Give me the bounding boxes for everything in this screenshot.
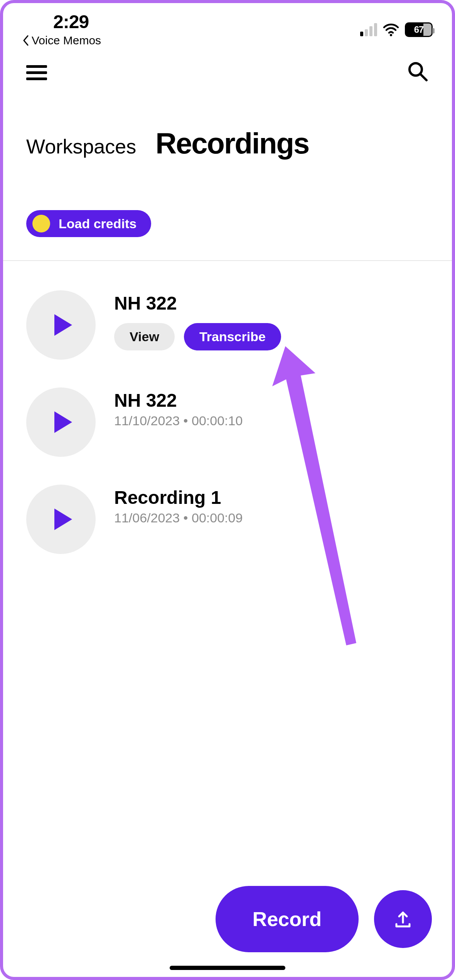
credits-section: Load credits — [3, 160, 452, 260]
back-caret-icon — [22, 35, 29, 46]
status-bar: 2:29 Voice Memos 67 — [3, 3, 452, 45]
recording-body: NH 322 11/10/2023 • 00:00:10 — [114, 387, 243, 428]
recording-item[interactable]: NH 322 View Transcribe — [26, 281, 429, 378]
bottom-bar: Record — [3, 886, 452, 952]
back-to-app-button[interactable]: Voice Memos — [22, 32, 101, 47]
svg-point-0 — [390, 34, 392, 36]
recording-item[interactable]: NH 322 11/10/2023 • 00:00:10 — [26, 378, 429, 475]
load-credits-button[interactable]: Load credits — [26, 210, 151, 237]
load-credits-label: Load credits — [59, 216, 136, 231]
device-frame: 2:29 Voice Memos 67 — [0, 0, 455, 980]
search-icon — [407, 61, 429, 83]
play-icon — [54, 411, 72, 433]
svg-line-2 — [420, 74, 426, 80]
recording-body: Recording 1 11/06/2023 • 00:00:09 — [114, 485, 243, 525]
play-icon — [54, 509, 72, 530]
play-button[interactable] — [26, 387, 96, 457]
play-button[interactable] — [26, 485, 96, 554]
recording-meta: 11/10/2023 • 00:00:10 — [114, 411, 243, 428]
recording-title: NH 322 — [114, 390, 243, 411]
recording-actions: View Transcribe — [114, 314, 281, 350]
coin-icon — [32, 215, 50, 232]
battery-percent: 67 — [414, 24, 424, 35]
status-time: 2:29 — [22, 11, 89, 32]
back-to-app-label: Voice Memos — [32, 34, 101, 47]
recording-meta: 11/06/2023 • 00:00:09 — [114, 508, 243, 525]
title-row: Workspaces Recordings — [3, 84, 452, 160]
view-button[interactable]: View — [114, 323, 175, 350]
play-button[interactable] — [26, 290, 96, 360]
recording-list: NH 322 View Transcribe NH 322 11/10/2023… — [3, 261, 452, 573]
recording-item[interactable]: Recording 1 11/06/2023 • 00:00:09 — [26, 475, 429, 573]
battery-indicator: 67 — [405, 22, 433, 37]
record-button[interactable]: Record — [216, 886, 359, 952]
menu-button[interactable] — [26, 65, 47, 80]
home-indicator[interactable] — [170, 966, 285, 970]
app-header — [3, 45, 452, 84]
recording-title: NH 322 — [114, 293, 281, 314]
play-icon — [54, 314, 72, 336]
breadcrumb[interactable]: Workspaces — [26, 135, 136, 158]
status-right: 67 — [360, 20, 433, 38]
recording-body: NH 322 View Transcribe — [114, 290, 281, 350]
cellular-signal-icon — [360, 23, 377, 36]
wifi-icon — [383, 21, 399, 38]
transcribe-button[interactable]: Transcribe — [184, 323, 281, 350]
page-title: Recordings — [155, 126, 309, 160]
search-button[interactable] — [407, 61, 429, 84]
upload-button[interactable] — [374, 890, 432, 948]
recording-title: Recording 1 — [114, 487, 243, 508]
upload-icon — [393, 909, 413, 929]
status-left: 2:29 Voice Memos — [22, 11, 101, 47]
